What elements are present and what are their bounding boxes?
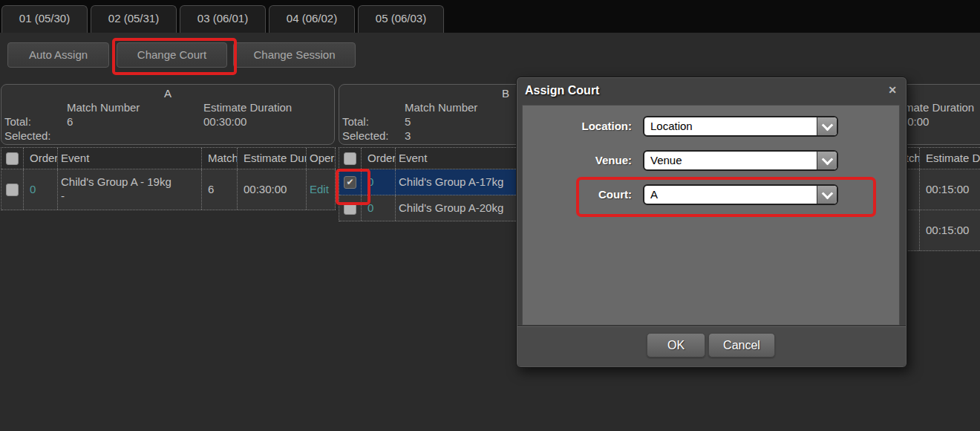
court-label: Court: [523, 184, 632, 205]
auto-assign-button[interactable]: Auto Assign [7, 42, 109, 68]
ok-button[interactable]: OK [647, 333, 705, 357]
estimate-duration-column-label: Estimate Duration [203, 101, 292, 114]
event-name: Child's Group A - 19kg [61, 175, 172, 188]
select-all-checkbox[interactable] [6, 152, 19, 165]
match-number-column-label: Match Number [405, 101, 477, 114]
order-cell: 0 [24, 169, 58, 210]
event-cell: Child's Group A - 19kg- [58, 169, 202, 210]
dialog-title: Assign Court [517, 77, 906, 105]
edit-link[interactable]: Edit [307, 169, 336, 210]
location-label: Location: [523, 116, 632, 137]
checkmark-icon: ✔ [346, 177, 353, 187]
tab-day-03[interactable]: 03 (06/01) [180, 5, 266, 33]
panel-a-table: Order Event Match Estimate Duration Oper… [1, 147, 336, 210]
column-event: Event [58, 148, 202, 169]
dialog-footer: OK Cancel [517, 325, 906, 366]
tab-day-04[interactable]: 04 (06/02) [269, 5, 355, 33]
estimate-cell: 00:15:00 [920, 169, 980, 210]
venue-value: Venue [650, 152, 682, 169]
location-value: Location [650, 117, 693, 135]
column-match: Match [202, 148, 238, 169]
tab-day-01[interactable]: 01 (05/30) [1, 5, 88, 33]
venue-label: Venue: [523, 150, 632, 171]
dialog-body: Location: Location Venue: Venue Court: A [522, 105, 900, 325]
column-operation: Operation [307, 148, 336, 169]
column-order: Order [362, 148, 396, 169]
order-cell: 0 [362, 169, 396, 195]
tab-day-02[interactable]: 02 (05/31) [91, 5, 177, 33]
match-cell: 6 [202, 169, 238, 210]
panel-a-summary: A Match Number Estimate Duration Total: … [1, 84, 335, 145]
column-order: Order [24, 148, 58, 169]
total-label: Total: [342, 115, 369, 128]
close-icon[interactable]: ✕ [888, 84, 897, 96]
match-number-column-label: Match Number [67, 101, 140, 114]
tab-day-05[interactable]: 05 (06/03) [358, 5, 444, 33]
chevron-down-icon[interactable] [817, 152, 837, 169]
total-label: Total: [4, 115, 31, 128]
location-select[interactable]: Location [643, 116, 838, 137]
total-match-number: 5 [405, 115, 411, 128]
day-tabs: 01 (05/30) 02 (05/31) 03 (06/01) 04 (06/… [1, 5, 444, 33]
row-checkbox[interactable] [6, 184, 19, 196]
selected-label: Selected: [4, 129, 51, 142]
selected-label: Selected: [342, 129, 389, 142]
change-session-button[interactable]: Change Session [233, 42, 356, 68]
row-checkbox-checked[interactable]: ✔ [344, 176, 356, 189]
total-match-number: 6 [67, 115, 73, 128]
table-row[interactable]: 0 Child's Group A - 19kg- 6 00:30:00 Edi… [1, 169, 336, 210]
order-cell: 0 [362, 195, 396, 221]
chevron-down-icon[interactable] [817, 186, 837, 204]
court-select[interactable]: A [643, 184, 838, 205]
column-estimate-duration: Estimate Duration [920, 148, 980, 169]
panel-a-label: A [1, 87, 334, 100]
venue-select[interactable]: Venue [643, 150, 838, 171]
assign-court-dialog: Assign Court ✕ Location: Location Venue:… [516, 77, 907, 368]
change-court-button[interactable]: Change Court [117, 42, 227, 68]
total-estimate-duration: 00:30:00 [203, 115, 246, 128]
selected-match-number: 3 [405, 129, 411, 142]
app-window: 01 (05/30) 02 (05/31) 03 (06/01) 04 (06/… [0, 0, 980, 431]
cancel-button[interactable]: Cancel [708, 333, 775, 357]
court-value: A [650, 186, 658, 204]
row-checkbox[interactable] [344, 202, 356, 215]
column-estimate-duration: Estimate Duration [238, 148, 307, 169]
chevron-down-icon[interactable] [817, 117, 837, 135]
select-all-checkbox[interactable] [344, 152, 356, 165]
table-header-row: Order Event Match Estimate Duration Oper… [1, 148, 336, 169]
estimate-cell: 00:30:00 [238, 169, 307, 210]
estimate-cell: 00:15:00 [920, 210, 980, 250]
event-name-cont: - [61, 189, 65, 202]
court-panel-a: A Match Number Estimate Duration Total: … [1, 84, 335, 145]
